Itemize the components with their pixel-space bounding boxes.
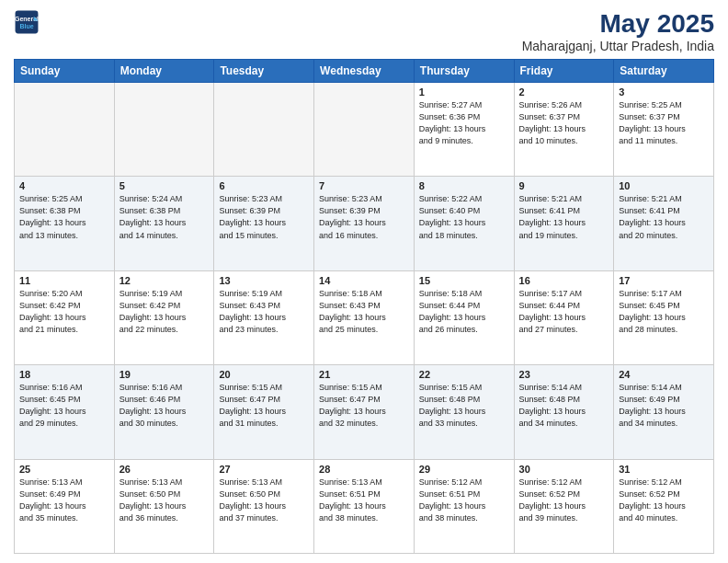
day-info: Sunrise: 5:22 AM Sunset: 6:40 PM Dayligh…	[419, 193, 509, 241]
day-number: 15	[419, 275, 509, 286]
day-info: Sunrise: 5:14 AM Sunset: 6:48 PM Dayligh…	[519, 382, 609, 430]
day-number: 3	[619, 86, 709, 98]
title-block: May 2025 Maharajganj, Uttar Pradesh, Ind…	[522, 9, 714, 53]
calendar-cell	[314, 83, 415, 177]
day-info: Sunrise: 5:21 AM Sunset: 6:41 PM Dayligh…	[519, 193, 609, 241]
subtitle: Maharajganj, Uttar Pradesh, India	[522, 39, 714, 53]
day-number: 17	[619, 275, 709, 286]
day-info: Sunrise: 5:25 AM Sunset: 6:37 PM Dayligh…	[619, 99, 709, 147]
calendar-week-row: 18Sunrise: 5:16 AM Sunset: 6:45 PM Dayli…	[15, 365, 714, 459]
calendar-cell: 10Sunrise: 5:21 AM Sunset: 6:41 PM Dayli…	[614, 177, 714, 270]
day-number: 28	[319, 464, 409, 475]
day-info: Sunrise: 5:19 AM Sunset: 6:42 PM Dayligh…	[119, 288, 210, 336]
day-info: Sunrise: 5:16 AM Sunset: 6:45 PM Dayligh…	[19, 382, 109, 430]
day-info: Sunrise: 5:21 AM Sunset: 6:41 PM Dayligh…	[619, 193, 709, 241]
day-info: Sunrise: 5:17 AM Sunset: 6:45 PM Dayligh…	[619, 288, 709, 336]
calendar-cell: 27Sunrise: 5:13 AM Sunset: 6:50 PM Dayli…	[214, 459, 314, 553]
day-number: 18	[19, 369, 109, 380]
day-number: 27	[219, 464, 309, 475]
day-number: 13	[219, 275, 309, 286]
day-number: 9	[519, 180, 609, 191]
calendar-cell: 21Sunrise: 5:15 AM Sunset: 6:47 PM Dayli…	[314, 365, 415, 459]
day-number: 21	[319, 369, 409, 380]
day-info: Sunrise: 5:13 AM Sunset: 6:50 PM Dayligh…	[119, 477, 210, 524]
day-info: Sunrise: 5:14 AM Sunset: 6:49 PM Dayligh…	[619, 382, 709, 430]
day-info: Sunrise: 5:12 AM Sunset: 6:52 PM Dayligh…	[619, 477, 709, 524]
calendar-cell: 6Sunrise: 5:23 AM Sunset: 6:39 PM Daylig…	[214, 177, 314, 270]
calendar-cell: 22Sunrise: 5:15 AM Sunset: 6:48 PM Dayli…	[414, 365, 514, 459]
logo-icon: General Blue	[14, 9, 40, 35]
calendar-cell	[214, 83, 314, 177]
calendar-cell: 29Sunrise: 5:12 AM Sunset: 6:51 PM Dayli…	[414, 459, 514, 553]
day-number: 12	[119, 275, 210, 286]
calendar-cell: 5Sunrise: 5:24 AM Sunset: 6:38 PM Daylig…	[114, 177, 214, 270]
calendar-cell: 4Sunrise: 5:25 AM Sunset: 6:38 PM Daylig…	[15, 177, 115, 270]
day-info: Sunrise: 5:15 AM Sunset: 6:47 PM Dayligh…	[319, 382, 409, 430]
day-number: 4	[19, 180, 109, 191]
col-wednesday: Wednesday	[314, 60, 415, 83]
calendar-cell: 13Sunrise: 5:19 AM Sunset: 6:43 PM Dayli…	[214, 270, 314, 364]
day-number: 14	[319, 275, 409, 286]
day-number: 7	[319, 180, 409, 191]
day-number: 11	[19, 275, 109, 286]
calendar-header-row: Sunday Monday Tuesday Wednesday Thursday…	[15, 60, 714, 83]
calendar-cell: 26Sunrise: 5:13 AM Sunset: 6:50 PM Dayli…	[114, 459, 214, 553]
day-info: Sunrise: 5:13 AM Sunset: 6:49 PM Dayligh…	[19, 477, 109, 524]
day-number: 1	[419, 86, 509, 98]
day-info: Sunrise: 5:13 AM Sunset: 6:51 PM Dayligh…	[319, 477, 409, 524]
calendar-cell	[114, 83, 214, 177]
calendar-week-row: 11Sunrise: 5:20 AM Sunset: 6:42 PM Dayli…	[15, 270, 714, 364]
calendar-cell: 31Sunrise: 5:12 AM Sunset: 6:52 PM Dayli…	[614, 459, 714, 553]
calendar-cell: 19Sunrise: 5:16 AM Sunset: 6:46 PM Dayli…	[114, 365, 214, 459]
day-info: Sunrise: 5:23 AM Sunset: 6:39 PM Dayligh…	[319, 193, 409, 241]
day-number: 31	[619, 464, 709, 475]
day-info: Sunrise: 5:20 AM Sunset: 6:42 PM Dayligh…	[19, 288, 109, 336]
day-number: 10	[619, 180, 709, 191]
calendar-cell: 23Sunrise: 5:14 AM Sunset: 6:48 PM Dayli…	[514, 365, 614, 459]
calendar-cell	[15, 83, 115, 177]
day-info: Sunrise: 5:15 AM Sunset: 6:47 PM Dayligh…	[219, 382, 309, 430]
svg-text:Blue: Blue	[19, 23, 33, 29]
day-number: 25	[19, 464, 109, 475]
calendar-cell: 2Sunrise: 5:26 AM Sunset: 6:37 PM Daylig…	[514, 83, 614, 177]
day-number: 5	[119, 180, 210, 191]
day-info: Sunrise: 5:19 AM Sunset: 6:43 PM Dayligh…	[219, 288, 309, 336]
day-info: Sunrise: 5:12 AM Sunset: 6:52 PM Dayligh…	[519, 477, 609, 524]
day-info: Sunrise: 5:26 AM Sunset: 6:37 PM Dayligh…	[519, 99, 609, 147]
col-tuesday: Tuesday	[214, 60, 314, 83]
day-number: 8	[419, 180, 509, 191]
calendar-cell: 17Sunrise: 5:17 AM Sunset: 6:45 PM Dayli…	[614, 270, 714, 364]
calendar-cell: 3Sunrise: 5:25 AM Sunset: 6:37 PM Daylig…	[614, 83, 714, 177]
calendar-cell: 24Sunrise: 5:14 AM Sunset: 6:49 PM Dayli…	[614, 365, 714, 459]
col-friday: Friday	[514, 60, 614, 83]
day-number: 6	[219, 180, 309, 191]
main-title: May 2025	[522, 9, 714, 39]
calendar-week-row: 1Sunrise: 5:27 AM Sunset: 6:36 PM Daylig…	[15, 83, 714, 177]
calendar-week-row: 25Sunrise: 5:13 AM Sunset: 6:49 PM Dayli…	[15, 459, 714, 553]
calendar-cell: 7Sunrise: 5:23 AM Sunset: 6:39 PM Daylig…	[314, 177, 415, 270]
calendar-cell: 9Sunrise: 5:21 AM Sunset: 6:41 PM Daylig…	[514, 177, 614, 270]
day-number: 23	[519, 369, 609, 380]
calendar-table: Sunday Monday Tuesday Wednesday Thursday…	[14, 59, 714, 554]
day-number: 29	[419, 464, 509, 475]
day-info: Sunrise: 5:13 AM Sunset: 6:50 PM Dayligh…	[219, 477, 309, 524]
day-info: Sunrise: 5:24 AM Sunset: 6:38 PM Dayligh…	[119, 193, 210, 241]
day-number: 2	[519, 86, 609, 98]
calendar-cell: 28Sunrise: 5:13 AM Sunset: 6:51 PM Dayli…	[314, 459, 415, 553]
calendar-cell: 1Sunrise: 5:27 AM Sunset: 6:36 PM Daylig…	[414, 83, 514, 177]
header: General Blue May 2025 Maharajganj, Uttar…	[14, 9, 714, 53]
calendar-cell: 15Sunrise: 5:18 AM Sunset: 6:44 PM Dayli…	[414, 270, 514, 364]
day-info: Sunrise: 5:17 AM Sunset: 6:44 PM Dayligh…	[519, 288, 609, 336]
calendar-cell: 12Sunrise: 5:19 AM Sunset: 6:42 PM Dayli…	[114, 270, 214, 364]
day-number: 30	[519, 464, 609, 475]
day-number: 24	[619, 369, 709, 380]
col-sunday: Sunday	[15, 60, 115, 83]
day-number: 26	[119, 464, 210, 475]
day-info: Sunrise: 5:12 AM Sunset: 6:51 PM Dayligh…	[419, 477, 509, 524]
col-saturday: Saturday	[614, 60, 714, 83]
calendar-cell: 14Sunrise: 5:18 AM Sunset: 6:43 PM Dayli…	[314, 270, 415, 364]
calendar-week-row: 4Sunrise: 5:25 AM Sunset: 6:38 PM Daylig…	[15, 177, 714, 270]
calendar-cell: 25Sunrise: 5:13 AM Sunset: 6:49 PM Dayli…	[15, 459, 115, 553]
calendar-cell: 20Sunrise: 5:15 AM Sunset: 6:47 PM Dayli…	[214, 365, 314, 459]
page: General Blue May 2025 Maharajganj, Uttar…	[0, 0, 728, 563]
